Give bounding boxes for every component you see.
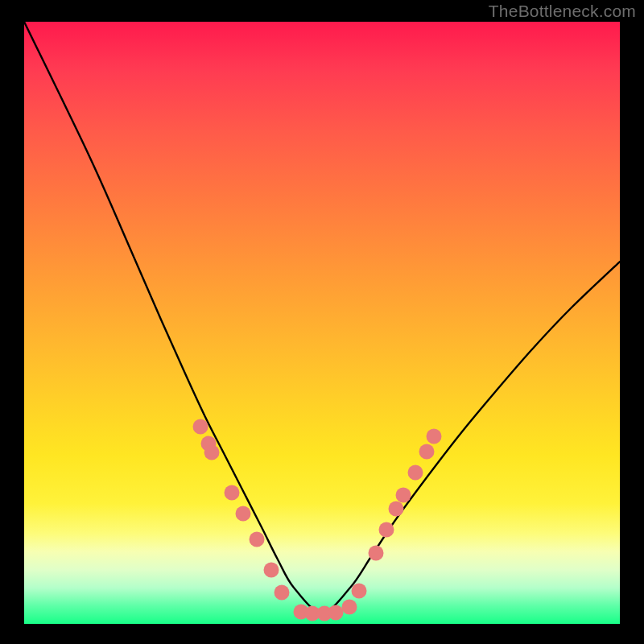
marker-dot [193, 419, 208, 435]
marker-dot [389, 502, 404, 517]
marker-dot [369, 546, 384, 561]
curve-layer [24, 22, 620, 624]
marker-group [193, 419, 442, 621]
marker-dot [204, 445, 220, 460]
marker-dot [427, 429, 442, 444]
watermark-text: TheBottleneck.com [489, 2, 636, 21]
marker-dot [419, 444, 435, 460]
marker-dot [396, 488, 411, 503]
plot-area [24, 22, 620, 624]
chart-outer: TheBottleneck.com [0, 0, 644, 644]
marker-dot [225, 485, 240, 501]
marker-dot [250, 532, 265, 547]
marker-dot [379, 522, 394, 538]
marker-dot [275, 585, 290, 601]
marker-dot [408, 465, 423, 481]
marker-dot [342, 600, 357, 615]
marker-dot [264, 563, 279, 578]
marker-dot [352, 584, 367, 599]
marker-dot [236, 506, 251, 522]
marker-dot [328, 605, 344, 621]
main-curve [24, 22, 620, 613]
